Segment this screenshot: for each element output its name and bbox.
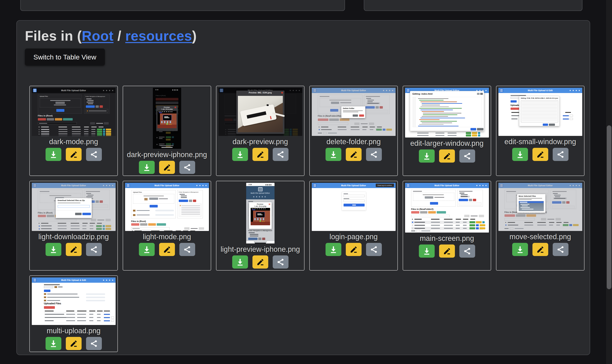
download-button[interactable] bbox=[232, 148, 248, 161]
share-button[interactable] bbox=[459, 245, 475, 258]
thumb-box bbox=[459, 202, 481, 206]
edit-button[interactable] bbox=[252, 148, 268, 161]
download-button[interactable] bbox=[232, 255, 248, 269]
mini-header-icons bbox=[103, 280, 114, 281]
thumb-decor bbox=[444, 225, 453, 226]
thumbnail-preview-art: Multi File Upload EditorEditing: index.h… bbox=[405, 88, 489, 138]
edit-button[interactable] bbox=[159, 161, 175, 174]
thumb-chip bbox=[131, 223, 139, 226]
file-thumbnail[interactable]: Multi File Upload EditorPreview: IMG_019… bbox=[218, 88, 302, 136]
file-thumbnail[interactable]: Multi File Upload EditorUpload FilesFold… bbox=[32, 88, 116, 136]
edit-button[interactable] bbox=[439, 149, 455, 163]
thumb-chip bbox=[430, 202, 438, 205]
share-button[interactable] bbox=[553, 148, 569, 161]
download-button[interactable] bbox=[419, 149, 435, 163]
breadcrumb-root-link[interactable]: Root bbox=[82, 28, 114, 43]
thumb-decor bbox=[519, 199, 532, 200]
download-button[interactable] bbox=[419, 245, 435, 258]
thumb-decor bbox=[44, 319, 111, 319]
thumb-decor bbox=[47, 294, 78, 294]
download-button[interactable] bbox=[326, 148, 341, 161]
edit-button[interactable] bbox=[532, 243, 548, 256]
file-thumbnail[interactable]: Multi File Upload EditorUpload FilesFold… bbox=[125, 183, 209, 231]
edit-button[interactable] bbox=[66, 148, 82, 161]
thumb-decor bbox=[471, 216, 477, 216]
thumbnail-preview-art: 3:16Files in (Root)Preview:I_am_Error.pn… bbox=[153, 88, 181, 149]
menu-icon bbox=[258, 187, 263, 191]
download-icon bbox=[329, 150, 338, 159]
share-button[interactable] bbox=[179, 243, 195, 256]
download-button[interactable] bbox=[139, 161, 155, 174]
share-button[interactable] bbox=[366, 148, 382, 161]
share-button[interactable] bbox=[273, 148, 288, 161]
thumb-chip bbox=[464, 215, 469, 217]
thumb-chip bbox=[549, 124, 555, 126]
edit-button[interactable] bbox=[252, 255, 268, 269]
thumb-decor bbox=[256, 212, 265, 217]
file-thumbnail[interactable]: Multi File Upload EditorFiles in (NewFol… bbox=[312, 88, 395, 136]
thumb-box: Upload Files bbox=[38, 95, 82, 114]
share-button[interactable] bbox=[86, 243, 102, 256]
share-button[interactable] bbox=[366, 243, 382, 256]
thumb-decor bbox=[159, 111, 173, 112]
share-button[interactable] bbox=[459, 149, 475, 163]
download-button[interactable] bbox=[46, 337, 61, 350]
thumb-decor bbox=[88, 103, 93, 104]
file-thumbnail[interactable]: Multi File Upload & EditUploaded Files bbox=[32, 277, 116, 325]
file-thumbnail[interactable]: Multi File Upload EditorFiles in (NewFol… bbox=[498, 183, 582, 231]
edit-button[interactable] bbox=[346, 148, 362, 161]
thumb-decor bbox=[86, 99, 92, 99]
edit-button[interactable] bbox=[532, 148, 548, 161]
thumb-chip bbox=[150, 205, 158, 208]
thumb-decor bbox=[151, 231, 160, 231]
download-button[interactable] bbox=[512, 148, 528, 161]
file-thumbnail[interactable]: Multi File Upload EditorEditing: index.h… bbox=[405, 88, 489, 138]
file-thumbnail[interactable]: Multi File Upload EditorPlease log in to… bbox=[312, 183, 395, 231]
share-button[interactable] bbox=[273, 255, 288, 269]
thumb-chip bbox=[420, 211, 427, 214]
share-button[interactable] bbox=[553, 243, 569, 256]
download-icon bbox=[143, 245, 151, 254]
edit-pencil-icon bbox=[256, 150, 265, 159]
thumb-box bbox=[411, 190, 456, 207]
download-button[interactable] bbox=[512, 243, 528, 256]
edit-button[interactable] bbox=[346, 243, 362, 256]
file-thumbnail[interactable]: Multi File Upload & EditUploaded FiEditi… bbox=[498, 88, 582, 136]
share-icon bbox=[556, 245, 565, 254]
thumb-decor bbox=[58, 127, 67, 127]
thumb-decor bbox=[422, 123, 452, 123]
edit-button[interactable] bbox=[439, 245, 455, 258]
breadcrumb-current-link[interactable]: resources bbox=[125, 28, 192, 43]
thumb-decor bbox=[417, 133, 429, 133]
scrollbar-track[interactable] bbox=[606, 0, 612, 364]
file-name-label: light-preview-iphone.png bbox=[220, 246, 300, 253]
thumbnail-preview-art: Multi File Upload EditorFiles in (NewFol… bbox=[312, 88, 395, 136]
file-thumbnail[interactable]: 3:18Multi File Upload EditorFolder Navig… bbox=[246, 183, 274, 244]
thumb-chip bbox=[480, 93, 483, 95]
thumb-decor bbox=[91, 131, 95, 132]
edit-button[interactable] bbox=[66, 337, 82, 350]
mini-section-heading: Files in (NewFolder2) bbox=[411, 208, 434, 210]
thumb-decor bbox=[520, 207, 530, 208]
download-button[interactable] bbox=[46, 148, 61, 161]
file-thumbnail[interactable]: Multi File Upload EditorFiles in (Root)D… bbox=[32, 183, 116, 231]
scrollbar-thumb[interactable] bbox=[607, 125, 612, 289]
edit-button[interactable] bbox=[66, 243, 82, 256]
share-button[interactable] bbox=[86, 337, 102, 350]
download-icon bbox=[422, 152, 431, 160]
thumb-decor bbox=[418, 126, 459, 126]
switch-to-table-view-button[interactable]: Switch to Table View bbox=[25, 49, 105, 65]
download-button[interactable] bbox=[326, 243, 341, 256]
thumb-decor bbox=[97, 314, 101, 315]
share-button[interactable] bbox=[179, 161, 195, 174]
file-thumbnail[interactable]: Multi File Upload EditorFiles in (NewFol… bbox=[405, 183, 489, 233]
thumb-decor bbox=[414, 219, 422, 220]
share-button[interactable] bbox=[86, 148, 102, 161]
thumb-chip bbox=[63, 118, 73, 120]
file-thumbnail[interactable]: 3:16Files in (Root)Preview:I_am_Error.pn… bbox=[153, 88, 181, 149]
thumb-decor bbox=[41, 129, 49, 130]
download-button[interactable] bbox=[139, 243, 155, 256]
thumb-decor bbox=[181, 197, 187, 198]
download-button[interactable] bbox=[46, 243, 61, 256]
edit-button[interactable] bbox=[159, 243, 175, 256]
